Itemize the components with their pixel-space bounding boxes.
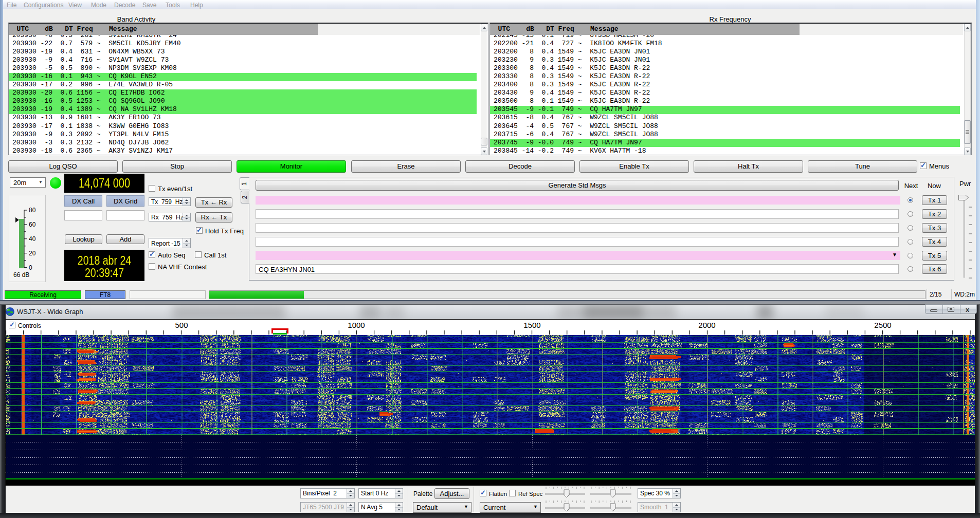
svg-text:1500: 1500 — [523, 321, 540, 329]
svg-text:20: 20 — [29, 250, 36, 257]
svg-text:500: 500 — [175, 321, 188, 329]
svg-text:2500: 2500 — [874, 321, 891, 329]
svg-text:2000: 2000 — [698, 321, 715, 329]
svg-text:80: 80 — [29, 207, 36, 214]
svg-text:0: 0 — [29, 264, 32, 271]
svg-text:40: 40 — [29, 235, 36, 243]
svg-text:60: 60 — [29, 221, 36, 228]
svg-text:1000: 1000 — [348, 321, 365, 329]
